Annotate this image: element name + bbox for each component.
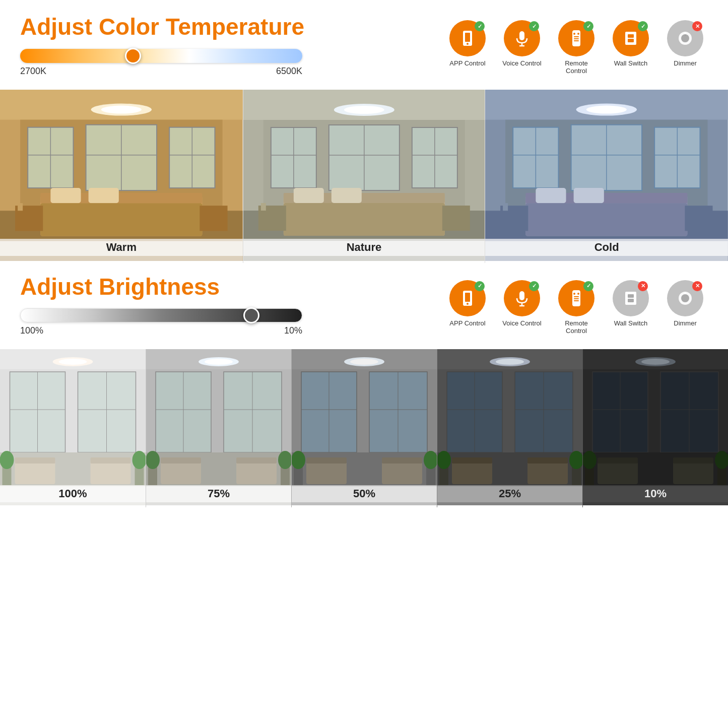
nature-room-label: Nature (243, 239, 485, 256)
color-header: Adjust Color Temperature 2700K 6500K (20, 14, 708, 82)
mic-icon (512, 29, 532, 48)
color-controls: ✓ APP Control ✓ Voice (445, 14, 708, 75)
svg-point-2 (467, 43, 469, 45)
brightness-slider-thumb[interactable] (243, 307, 259, 323)
dimmer-x-badge-color: ✕ (692, 21, 702, 31)
remote-icon-b (567, 289, 586, 308)
color-temperature-section: Adjust Color Temperature 2700K 6500K (0, 0, 728, 90)
svg-point-8 (577, 33, 579, 35)
color-max-label: 6500K (276, 66, 302, 77)
b10-label: 10% (583, 485, 728, 502)
svg-point-143 (205, 359, 233, 365)
brightness-slider-track[interactable] (20, 308, 302, 322)
b50-label: 50% (292, 485, 437, 502)
remote-icon-wrap-brightness: ✓ (558, 280, 594, 316)
remote-label-color: Remote Control (554, 59, 599, 75)
wall-icon-wrap-brightness: ✕ (613, 280, 649, 316)
dimmer-label-brightness: Dimmer (674, 319, 697, 327)
dimmer-icon-wrap-color: ✕ (667, 20, 703, 56)
brightness-controls-row: ✓ APP Control ✓ Voice (445, 280, 708, 335)
svg-rect-10 (574, 38, 579, 39)
room-b10: 10% (582, 349, 728, 507)
remote-label-brightness: Remote Control (554, 319, 599, 335)
wall-switch-icon-b (621, 289, 640, 308)
brightness-rooms-grid: 100% 75% (0, 349, 728, 507)
control-remote-brightness: ✓ Remote Control (554, 280, 599, 335)
svg-rect-43 (18, 203, 23, 211)
color-slider-section: 2700K 6500K (20, 49, 304, 77)
b75-room-svg (146, 349, 291, 505)
svg-point-108 (577, 293, 579, 295)
svg-rect-44 (200, 206, 227, 231)
svg-rect-40 (89, 188, 119, 203)
phone-icon (458, 29, 477, 48)
remote-check-badge-brightness: ✓ (583, 281, 593, 291)
svg-rect-95 (526, 203, 688, 236)
color-min-label: 2700K (20, 66, 46, 77)
wall-label-color: Wall Switch (614, 59, 648, 67)
dimmer-label-color: Dimmer (674, 59, 697, 67)
svg-rect-70 (260, 203, 266, 211)
brightness-slider-labels: 100% 10% (20, 325, 302, 336)
brightness-slider-section: 100% 10% (20, 308, 302, 336)
voice-check-badge-color: ✓ (529, 21, 539, 31)
app-check-badge-color: ✓ (475, 21, 485, 31)
brightness-header: Adjust Brightness 100% 10% (20, 274, 708, 342)
svg-rect-200 (527, 457, 568, 464)
svg-point-165 (350, 359, 378, 365)
phone-icon-b (458, 289, 477, 308)
wall-switch-icon (621, 29, 640, 48)
wall-check-badge-color: ✓ (638, 21, 648, 31)
svg-rect-1 (465, 33, 470, 42)
wall-icon-wrap-color: ✓ (613, 20, 649, 56)
color-slider-labels: 2700K 6500K (20, 66, 302, 77)
svg-rect-134 (91, 457, 131, 464)
svg-rect-112 (625, 292, 636, 305)
warm-room-label: Warm (0, 239, 243, 256)
app-icon-wrap-brightness: ✓ (449, 280, 486, 316)
app-label-color: APP Control (449, 59, 485, 67)
brightness-title: Adjust Brightness (20, 274, 302, 300)
cold-room-label: Cold (485, 239, 728, 256)
control-remote-color: ✓ Remote Control (554, 20, 599, 75)
color-slider-track[interactable] (20, 49, 302, 63)
control-app-color: ✓ APP Control (445, 20, 490, 67)
nature-room-svg (243, 90, 485, 261)
room-b50: 50% (291, 349, 437, 507)
remote-icon (567, 29, 586, 48)
room-b25: 25% (437, 349, 582, 507)
svg-point-102 (467, 303, 469, 305)
svg-point-107 (573, 293, 575, 295)
voice-label-color: Voice Control (502, 59, 541, 67)
color-slider-thumb[interactable] (125, 48, 141, 64)
svg-rect-94 (574, 188, 604, 203)
cold-room-svg (485, 90, 728, 261)
b100-label: 100% (0, 485, 146, 502)
svg-rect-11 (574, 40, 579, 41)
dimmer-knob-icon (676, 29, 695, 48)
b100-room-svg (0, 349, 146, 505)
svg-rect-101 (465, 293, 470, 302)
svg-rect-132 (15, 457, 55, 464)
svg-rect-93 (536, 188, 566, 203)
svg-point-136 (0, 451, 14, 469)
control-app-brightness: ✓ APP Control (445, 280, 490, 327)
control-wall-brightness: ✕ Wall Switch (608, 280, 653, 327)
remote-icon-wrap-color: ✓ (558, 20, 594, 56)
color-left: Adjust Color Temperature 2700K 6500K (20, 14, 304, 82)
svg-point-121 (59, 359, 87, 365)
svg-rect-9 (574, 36, 579, 37)
dimmer-x-badge-brightness: ✕ (692, 281, 702, 291)
app-check-badge-brightness: ✓ (475, 281, 485, 291)
b50-room-svg (292, 349, 437, 505)
svg-rect-156 (236, 457, 277, 464)
svg-rect-13 (628, 34, 634, 38)
room-warm: Warm (0, 90, 243, 263)
control-dimmer-color: ✕ Dimmer (663, 20, 708, 67)
b25-label: 25% (437, 485, 582, 502)
svg-point-49 (344, 106, 384, 114)
svg-rect-113 (628, 294, 634, 298)
room-cold: Cold (485, 90, 728, 263)
voice-check-badge-brightness: ✓ (529, 281, 539, 291)
control-dimmer-brightness: ✕ Dimmer (663, 280, 708, 327)
